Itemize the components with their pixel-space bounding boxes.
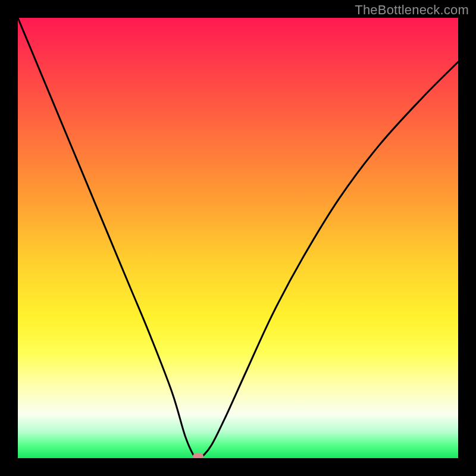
curve-layer [18,18,458,458]
bottleneck-curve [18,18,458,458]
plot-area [18,18,458,458]
optimal-marker [193,453,203,458]
chart-frame: TheBottleneck.com [0,0,476,476]
watermark-text: TheBottleneck.com [355,2,469,18]
